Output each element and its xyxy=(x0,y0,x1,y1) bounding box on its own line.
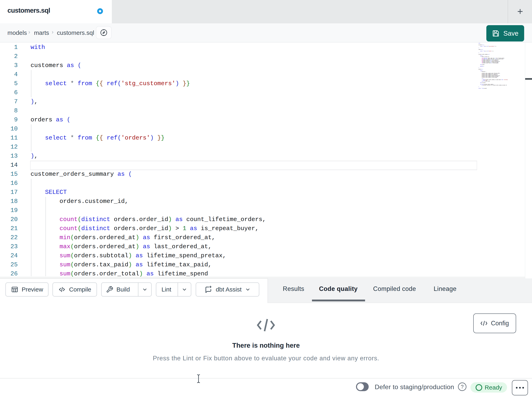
svg-text:?: ? xyxy=(461,384,464,390)
